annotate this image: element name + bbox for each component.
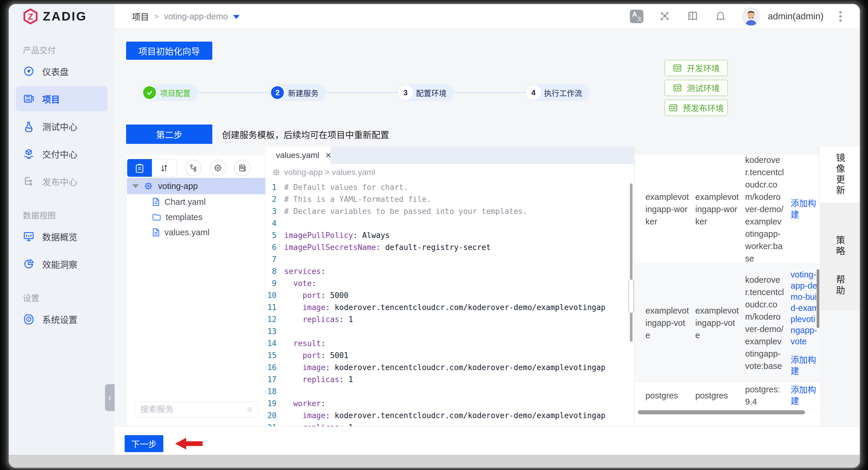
line-number: 4 bbox=[266, 219, 284, 228]
service-cell: examplevotingapp-worker bbox=[695, 191, 739, 228]
avatar[interactable] bbox=[742, 7, 760, 26]
svg-text:Z: Z bbox=[28, 317, 30, 321]
breadcrumb-root[interactable]: 项目 bbox=[132, 10, 149, 23]
sidebar-item-data-overview[interactable]: 数据概览 bbox=[16, 224, 107, 249]
service-name-cell: postgres bbox=[645, 390, 689, 402]
tree-node-voting-app[interactable]: voting-app bbox=[127, 178, 266, 194]
tree-node-templates[interactable]: templates bbox=[152, 209, 209, 225]
sort-view-button[interactable] bbox=[152, 159, 177, 177]
header-actions: A文 bbox=[630, 4, 860, 29]
test-center-icon bbox=[23, 121, 35, 132]
code-text: worker: bbox=[284, 399, 634, 408]
more-menu-icon[interactable] bbox=[839, 10, 842, 23]
environment-button-label: 测试环境 bbox=[687, 82, 720, 94]
editor-path: voting-app > values.yaml bbox=[284, 168, 375, 177]
service-search-input[interactable] bbox=[140, 405, 247, 415]
table-vertical-scrollbar[interactable] bbox=[817, 269, 819, 328]
environment-button[interactable]: 开发环境 bbox=[664, 60, 728, 76]
side-tab-3[interactable]: 帮助 bbox=[819, 274, 860, 297]
add-build-link[interactable]: 添加构建 bbox=[790, 384, 819, 407]
code-text: port: 5001 bbox=[284, 351, 634, 360]
file-view-button[interactable] bbox=[127, 159, 152, 177]
environment-button-label: 预发布环境 bbox=[683, 102, 724, 114]
chevron-down-icon[interactable] bbox=[233, 15, 240, 19]
build-cell: voting-app-demo-build-examplevotingapp-v… bbox=[790, 269, 819, 377]
sidebar-item-project[interactable]: PM项目 bbox=[16, 86, 107, 111]
editor-scrollbar-track[interactable] bbox=[630, 183, 632, 342]
project-init-wizard-button[interactable]: 项目初始化向导 bbox=[126, 42, 212, 60]
environment-button[interactable]: 测试环境 bbox=[664, 80, 728, 96]
workflow-link[interactable]: voting-app-demo-build-examplevotingapp-v… bbox=[790, 269, 819, 347]
next-step-button[interactable]: 下一步 bbox=[125, 435, 163, 452]
sidebar-item-delivery-center[interactable]: 交付中心 bbox=[16, 141, 107, 166]
code-line: 14 result: bbox=[266, 337, 634, 349]
table-horizontal-scrollbar[interactable] bbox=[638, 410, 805, 414]
docs-icon[interactable] bbox=[686, 10, 699, 23]
breadcrumb-current[interactable]: voting-app-demo bbox=[164, 12, 228, 22]
tab-label: values.yaml bbox=[276, 150, 319, 160]
git-source-button[interactable] bbox=[185, 160, 202, 176]
line-number: 19 bbox=[266, 399, 284, 408]
close-icon[interactable]: ✕ bbox=[325, 151, 332, 160]
data-overview-icon bbox=[23, 231, 35, 242]
sidebar-item-dashboard[interactable]: 仪表盘 bbox=[16, 59, 107, 84]
sidebar-item-release-center[interactable]: 发布中心 bbox=[16, 169, 107, 194]
service-search bbox=[134, 402, 258, 417]
side-tab-1[interactable]: 镜像更新 bbox=[819, 146, 860, 203]
wizard-step-4[interactable]: 4执行工作流 bbox=[525, 84, 590, 101]
wizard-step-2[interactable]: 2新建服务 bbox=[269, 84, 326, 101]
tree-expander-icon[interactable] bbox=[132, 184, 139, 188]
step-connector bbox=[326, 92, 397, 93]
line-number: 8 bbox=[266, 267, 284, 276]
helm-icon bbox=[144, 181, 153, 191]
code-line: 15 port: 5001 bbox=[266, 349, 634, 361]
editor-breadcrumb: voting-app > values.yaml bbox=[272, 168, 375, 177]
line-number: 10 bbox=[266, 291, 284, 300]
logo-area: Z ZADIG bbox=[9, 4, 115, 29]
wizard-step-1[interactable]: 项目配置 bbox=[141, 84, 198, 101]
editor-scrollbar-thumb[interactable] bbox=[628, 279, 634, 313]
window-bottom-strip bbox=[9, 455, 860, 468]
code-line: 19 worker: bbox=[266, 397, 634, 409]
tree-node-values-yaml[interactable]: values.yaml bbox=[152, 225, 209, 240]
code-text: imagePullSecretsName: default-registry-s… bbox=[284, 243, 634, 252]
tree-root-label: voting-app bbox=[158, 181, 198, 191]
wizard-step-3[interactable]: 3配置环境 bbox=[397, 84, 454, 101]
image-cell: koderover.tencentcloudcr.com/koderover-d… bbox=[745, 274, 785, 372]
code-line: 13 bbox=[266, 325, 634, 337]
tree-toolbar bbox=[127, 159, 251, 177]
add-build-link[interactable]: 添加构建 bbox=[790, 198, 819, 220]
template-library-button[interactable] bbox=[234, 160, 251, 176]
sidebar-item-test-center[interactable]: 测试中心 bbox=[16, 114, 107, 139]
tree-node-Chart-yaml[interactable]: Chart.yaml bbox=[152, 194, 209, 209]
main-content: 项目初始化向导 开发环境测试环境预发布环境 项目配置2新建服务3配置环境4执行工… bbox=[115, 29, 860, 455]
sidebar-item-label: 发布中心 bbox=[42, 175, 78, 188]
tab-values-yaml[interactable]: values.yaml ✕ bbox=[266, 146, 331, 164]
line-number: 1 bbox=[266, 183, 284, 192]
code-line: 9 vote: bbox=[266, 277, 634, 289]
file-icon bbox=[152, 228, 160, 237]
code-line: 21 replicas: 1 bbox=[266, 422, 634, 426]
cluster-icon[interactable] bbox=[659, 10, 671, 23]
sidebar-item-insight[interactable]: 效能洞察 bbox=[16, 251, 107, 277]
code-area[interactable]: 1# Default values for chart.2# This is a… bbox=[266, 181, 634, 426]
code-line: 16 image: koderover.tencentcloudcr.com/k… bbox=[266, 361, 634, 373]
line-number: 9 bbox=[266, 279, 284, 288]
add-build-link[interactable]: 添加构建 bbox=[790, 355, 819, 377]
translate-icon[interactable]: A文 bbox=[630, 10, 643, 23]
sidebar-item-label: 交付中心 bbox=[42, 147, 78, 160]
sidebar-collapse-handle[interactable]: ‹ bbox=[105, 384, 115, 411]
helm-icon bbox=[272, 168, 281, 177]
helm-chart-button[interactable] bbox=[210, 160, 226, 176]
side-tab-2[interactable]: 策略 bbox=[819, 234, 860, 258]
line-number: 14 bbox=[266, 339, 284, 348]
bell-icon[interactable] bbox=[714, 10, 727, 23]
table-row: examplevotingapp-voteexamplevotingapp-vo… bbox=[635, 264, 819, 382]
user-name[interactable]: admin(admin) bbox=[768, 11, 824, 22]
sidebar-item-system-settings[interactable]: Z系统设置 bbox=[16, 306, 107, 332]
environment-button[interactable]: 预发布环境 bbox=[664, 100, 728, 116]
insight-icon bbox=[23, 258, 35, 270]
sidebar-section-label: 产品交付 bbox=[9, 44, 115, 56]
environment-buttons: 开发环境测试环境预发布环境 bbox=[664, 60, 728, 116]
step-indicator: 2 bbox=[271, 86, 284, 99]
